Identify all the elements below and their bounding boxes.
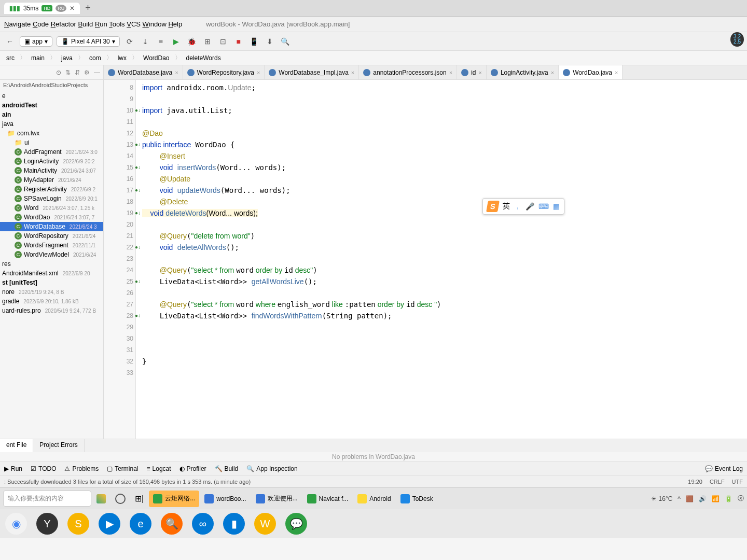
dock-app[interactable]: ∞ [192, 513, 214, 535]
tree-node-WordRepository[interactable]: CWordRepository2021/6/24 [0, 231, 103, 241]
tab-current-file[interactable]: ent File [0, 439, 33, 452]
tree-node-MainActivity[interactable]: CMainActivity2021/6/24 3:07 [0, 166, 103, 175]
tree-node-WordsFragment[interactable]: CWordsFragment2022/11/1 [0, 241, 103, 250]
close-icon[interactable]: × [478, 69, 481, 76]
battery-icon[interactable]: 🔋 [725, 495, 732, 502]
tree-node-st-unitTest-[interactable]: st [unitTest] [0, 278, 103, 287]
task-wordBoo-[interactable]: wordBoo... [200, 491, 250, 507]
menu-tools[interactable]: Tools [109, 20, 125, 28]
editor-tab-WordDatabase-java[interactable]: WordDatabase.java× [104, 65, 183, 79]
close-overlay-icon[interactable]: ⓧ [738, 494, 744, 503]
menu-build[interactable]: Build [78, 20, 93, 28]
close-icon[interactable]: × [551, 69, 554, 76]
ime-mic-icon[interactable]: 🎤 [525, 202, 534, 211]
dock-app[interactable]: Y [36, 513, 58, 535]
tree-node-LoginActivity[interactable]: CLoginActivity2022/6/9 20:2 [0, 157, 103, 166]
taskbar-search[interactable]: 输入你要搜索的内容 [3, 491, 91, 507]
tool-todo[interactable]: ☑TODO [31, 465, 56, 472]
crumb-java[interactable]: java [58, 53, 76, 63]
task--[interactable]: 云炬网络... [149, 491, 199, 507]
weather-widget[interactable]: ☀ 16°C [651, 495, 672, 502]
tree-node-WordDatabase[interactable]: CWordDatabase2021/6/24 3 [0, 222, 103, 231]
debug-icon[interactable]: 🐞 [186, 36, 198, 47]
tree-node-nore[interactable]: nore2020/5/19 9:24, 8 B [0, 287, 103, 297]
dock-app[interactable]: ▮ [223, 513, 245, 535]
close-icon[interactable]: ✕ [70, 5, 75, 12]
network-icon[interactable]: 📶 [712, 495, 720, 502]
dock-app[interactable]: 💬 [285, 513, 307, 535]
locate-icon[interactable]: ⊙ [56, 69, 61, 76]
tool-build[interactable]: 🔨Build [215, 465, 239, 472]
dock-app[interactable]: S [67, 513, 89, 535]
ime-grid-icon[interactable]: ▦ [553, 202, 560, 211]
task-icon[interactable] [92, 491, 110, 507]
dock-app[interactable]: 🔍 [161, 513, 183, 535]
sdk-icon[interactable]: ⬇ [264, 36, 275, 47]
tool-run[interactable]: ▶Run [4, 465, 22, 472]
volume-icon[interactable]: 🔊 [699, 495, 707, 502]
tree-node-uard-rules-pro[interactable]: uard-rules.pro2020/5/19 9:24, 772 B [0, 306, 103, 315]
task-icon[interactable] [111, 491, 130, 507]
search-icon[interactable]: 🔍 [280, 36, 291, 47]
line-separator[interactable]: CRLF [710, 479, 725, 485]
tree-node-MyAdapter[interactable]: CMyAdapter2021/6/24 [0, 175, 103, 185]
tool-logcat[interactable]: ≡Logcat [147, 465, 171, 472]
tree-node-gradle[interactable]: gradle2022/6/9 20:10, 1.86 kB [0, 297, 103, 306]
tray-app-icon[interactable]: 🟫 [686, 495, 694, 502]
editor-tab-LoginActivity-java[interactable]: LoginActivity.java× [487, 65, 559, 79]
tree-node-Word[interactable]: CWord2021/6/24 3:07, 1.25 k [0, 203, 103, 213]
gear-icon[interactable]: ⚙ [84, 69, 90, 76]
tree-node-WordViewModel[interactable]: CWordViewModel2021/6/24 [0, 250, 103, 259]
make-icon[interactable]: ⤓ [140, 36, 151, 47]
menu-code[interactable]: Code [33, 20, 49, 28]
crumb-lwx[interactable]: lwx [115, 53, 130, 63]
task-ToDesk[interactable]: ToDesk [396, 491, 437, 507]
dock-app[interactable]: ▶ [99, 513, 120, 535]
tree-node-WordDao[interactable]: CWordDao2021/6/24 3:07, 7 [0, 213, 103, 222]
tool-app-inspection[interactable]: 🔍App Inspection [246, 465, 297, 472]
hide-icon[interactable]: — [94, 69, 100, 76]
crumb-deleteWords[interactable]: deleteWords [183, 53, 224, 63]
ime-punct-icon[interactable]: ， [514, 202, 521, 211]
close-icon[interactable]: × [449, 69, 452, 76]
menu-refactor[interactable]: Refactor [51, 20, 76, 28]
tool-problems[interactable]: ⚠Problems [64, 465, 99, 472]
format-icon[interactable]: ≡ [155, 36, 167, 47]
dock-app[interactable]: W [254, 513, 276, 535]
tray-chevron-icon[interactable]: ^ [677, 495, 681, 502]
tree-node-java[interactable]: java [0, 119, 103, 129]
avd-icon[interactable]: 📱 [248, 36, 260, 47]
project-tree[interactable]: eandroidTestainjava📁com.lwx📁uiCAddFragme… [0, 90, 103, 316]
tree-node-RegisterActivity[interactable]: CRegisterActivity2022/6/9 2 [0, 185, 103, 194]
stop-icon[interactable]: ■ [233, 36, 244, 47]
editor-tab-annotationProcessors-json[interactable]: annotationProcessors.json× [359, 65, 457, 79]
event-log[interactable]: 💬Event Log [705, 465, 743, 472]
module-combo[interactable]: ▣ app ▾ [20, 36, 52, 47]
tree-node-SPSaveLogin[interactable]: CSPSaveLogin2022/6/9 20:1 [0, 194, 103, 203]
back-icon[interactable]: ← [4, 36, 16, 47]
collapse-icon[interactable]: ⇵ [75, 69, 80, 76]
task-Android[interactable]: Android [353, 491, 395, 507]
dock-app[interactable]: ◉ [5, 513, 27, 535]
editor-tab-WordDatabase_Impl-java[interactable]: WordDatabase_Impl.java× [265, 65, 359, 79]
code-editor[interactable]: import androidx.room.Update; import java… [136, 80, 747, 439]
tree-node-res[interactable]: res [0, 259, 103, 269]
tree-node-androidTest[interactable]: androidTest [0, 101, 103, 110]
tree-node-ain[interactable]: ain [0, 110, 103, 119]
expand-icon[interactable]: ⇅ [65, 69, 71, 76]
tool-terminal[interactable]: ▢Terminal [107, 465, 138, 472]
editor-tab-id[interactable]: id× [457, 65, 487, 79]
editor-tab-WordDao-java[interactable]: WordDao.java× [559, 65, 622, 79]
profile-icon[interactable]: ⊡ [217, 36, 229, 47]
run-icon[interactable]: ▶ [171, 36, 182, 47]
tree-node-com-lwx[interactable]: 📁com.lwx [0, 129, 103, 138]
ime-lang[interactable]: 英 [503, 202, 510, 211]
browser-tab[interactable]: ▮▮▮ 35ms HD RU ✕ [4, 3, 80, 14]
task-icon[interactable]: ⊞| [131, 491, 148, 507]
crumb-com[interactable]: com [86, 53, 104, 63]
close-icon[interactable]: × [257, 69, 260, 76]
menu-navigate[interactable]: Navigate [4, 20, 31, 28]
dock-app[interactable]: e [130, 513, 151, 535]
encoding[interactable]: UTF [732, 479, 743, 485]
tab-project-errors[interactable]: Project Errors [33, 439, 84, 452]
